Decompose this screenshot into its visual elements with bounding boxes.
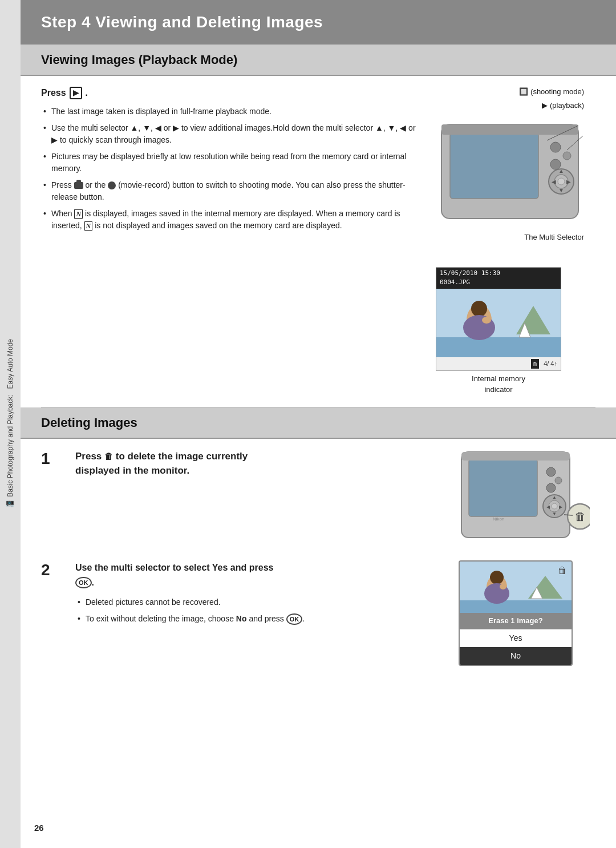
svg-text:🗑: 🗑 [574, 510, 586, 523]
memory-date: 15/05/2010 15:30 [440, 269, 557, 278]
svg-point-32 [552, 503, 557, 509]
deleting-section-header: Deleting Images [21, 407, 616, 439]
trash-icon: 🗑 [104, 450, 113, 463]
step-2-row: 2 Use the multi selector to select Yes a… [41, 560, 595, 666]
svg-rect-2 [441, 124, 578, 135]
erase-no-option[interactable]: No [460, 647, 572, 665]
press-period: . [86, 86, 88, 100]
svg-point-8 [558, 178, 565, 185]
viewing-right: 🔲 (shooting mode) ▶ (playback) [436, 86, 595, 395]
deleting-title: Deleting Images [41, 413, 595, 432]
step-1-image: Nikon ▲ ▼ ◀ ▶ 🗑 [459, 449, 595, 547]
svg-text:▲: ▲ [558, 168, 564, 174]
svg-text:▼: ▼ [558, 187, 564, 193]
playback-text: ▶ (playback) [542, 100, 584, 111]
step2-bullets: Deleted pictures cannot be recovered. To… [75, 596, 441, 625]
memory-caption: Internal memory indicator [436, 373, 561, 395]
press-label: Press [41, 86, 66, 100]
bullet-4: Press or the (movie-record) button to sw… [41, 179, 419, 203]
step2-bullet-2: To exit without deleting the image, choo… [75, 613, 441, 625]
erase-dialog-label: Erase 1 image? [460, 613, 572, 629]
step-2-image: 🗑 Erase 1 image? Yes No [459, 560, 595, 666]
erase-dialog-image: 🗑 [460, 562, 572, 613]
svg-point-22 [482, 317, 491, 324]
sidebar-text: 📷 Basic Photography and Playback: Easy A… [5, 339, 15, 509]
internal-memory-icon-2: N [84, 221, 93, 231]
viewing-content: Press ▶ . The last image taken is displa… [21, 76, 616, 395]
step-1-number: 1 [41, 449, 58, 469]
camera-mode-icon [74, 182, 83, 189]
no-bold: No [236, 614, 247, 623]
svg-rect-42 [460, 600, 573, 613]
image-count: 4/ 4↑ [544, 359, 557, 369]
viewing-section-header: Viewing Images (Playback Mode) [21, 45, 616, 76]
multi-selector-label: The Multi Selector [524, 232, 584, 243]
press-line: Press ▶ . [41, 86, 419, 100]
memory-image-footer: m 4/ 4↑ [436, 357, 561, 370]
bullet-2: Use the multi selector ▲, ▼, ◀ or ▶ to v… [41, 122, 419, 146]
sidebar-label: Basic Photography and Playback: Easy Aut… [5, 339, 15, 497]
page-number: 26 [34, 822, 44, 835]
svg-rect-1 [450, 133, 538, 199]
svg-text:▶: ▶ [559, 504, 563, 510]
memory-image-area: 15/05/2010 15:30 0004.JPG [436, 261, 561, 395]
memory-image-body [436, 289, 561, 357]
svg-rect-17 [436, 337, 561, 357]
memory-filename: 0004.JPG [440, 278, 557, 288]
viewing-bullets: The last image taken is displayed in ful… [41, 106, 419, 232]
playback-label: ▶ (playback) [542, 100, 584, 111]
ok-icon-2: OK [286, 613, 303, 625]
step-1-row: 1 Press 🗑 to delete the image currentlyd… [41, 449, 595, 547]
bullet-1: The last image taken is displayed in ful… [41, 106, 419, 118]
movie-record-icon [108, 181, 116, 189]
camera-back-svg: ▲ ▼ ◀ ▶ [436, 113, 584, 227]
viewing-title: Viewing Images (Playback Mode) [41, 50, 595, 69]
bullet-5: When N is displayed, images saved in the… [41, 208, 419, 232]
svg-line-39 [564, 515, 573, 515]
erase-dialog: 🗑 Erase 1 image? Yes No [459, 560, 573, 666]
svg-point-27 [546, 467, 556, 477]
svg-text:◀: ◀ [552, 179, 556, 185]
sidebar-camera-icon: 📷 [5, 500, 15, 509]
svg-text:▼: ▼ [552, 511, 557, 516]
main-content: Step 4 Viewing and Deleting Images Viewi… [21, 0, 616, 666]
step-2-text: Use the multi selector to select Yes and… [75, 560, 441, 629]
erase-trash-icon: 🗑 [558, 564, 567, 578]
svg-text:▲: ▲ [552, 495, 557, 500]
bullet-3: Pictures may be displayed briefly at low… [41, 151, 419, 175]
step-title: Step 4 Viewing and Deleting Images [41, 10, 595, 34]
svg-point-28 [555, 477, 562, 484]
memory-image-box: 15/05/2010 15:30 0004.JPG [436, 267, 561, 371]
steps-area: 1 Press 🗑 to delete the image currentlyd… [21, 439, 616, 666]
step2-bullet-list: Deleted pictures cannot be recovered. To… [75, 596, 441, 625]
svg-point-4 [563, 152, 571, 160]
internal-memory-icon: N [74, 209, 83, 219]
playback-button-icon: ▶ [70, 87, 82, 99]
step-1-text: Press 🗑 to delete the image currentlydis… [75, 449, 441, 478]
camera-top-diagram: 🔲 (shooting mode) ▶ (playback) [436, 86, 584, 243]
step-2-number: 2 [41, 560, 58, 580]
shooting-mode-text: 🔲 (shooting mode) [519, 86, 584, 98]
svg-point-29 [546, 483, 556, 492]
svg-rect-25 [461, 452, 570, 461]
erase-yes-option[interactable]: Yes [460, 629, 572, 647]
svg-point-45 [490, 571, 504, 584]
svg-text:◀: ◀ [546, 504, 550, 510]
memory-image-header: 15/05/2010 15:30 0004.JPG [436, 268, 561, 289]
sidebar: 📷 Basic Photography and Playback: Easy A… [0, 0, 21, 848]
step1-camera-svg: Nikon ▲ ▼ ◀ ▶ 🗑 [459, 449, 590, 543]
svg-text:Nikon: Nikon [493, 516, 504, 522]
svg-point-47 [500, 584, 506, 589]
svg-rect-24 [469, 459, 537, 516]
yes-bold: Yes [212, 563, 228, 572]
step2-bullet-1: Deleted pictures cannot be recovered. [75, 596, 441, 608]
svg-point-20 [471, 301, 487, 317]
svg-point-3 [550, 142, 561, 152]
step-header: Step 4 Viewing and Deleting Images [21, 0, 616, 45]
memory-indicator-badge: m [531, 359, 539, 369]
scene-illustration [436, 289, 561, 357]
viewing-left: Press ▶ . The last image taken is displa… [41, 86, 419, 395]
shooting-mode-label: 🔲 (shooting mode) [519, 86, 584, 98]
ok-icon: OK [75, 577, 92, 588]
svg-text:▶: ▶ [566, 179, 571, 185]
